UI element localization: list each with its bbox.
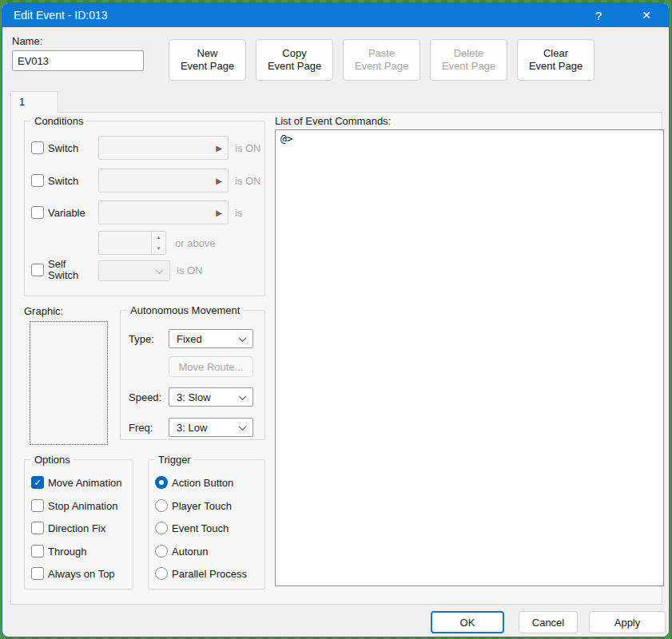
graphic-box[interactable] [30,321,108,445]
autonomous-movement-group: Autonomous Movement Type: Fixed Move Rou… [120,310,265,440]
radio[interactable] [155,499,168,512]
checkbox[interactable] [31,499,44,512]
chevron-down-icon [239,334,247,342]
title-bar[interactable]: Edit Event - ID:013 ? ✕ [2,3,669,27]
switch1-label: Switch [48,142,78,154]
move-route-button[interactable]: Move Route... [169,356,253,377]
spin-down-icon[interactable]: ▼ [152,243,165,254]
option-move-animation[interactable]: ✓ Move Animation [31,476,122,489]
trigger-label: Action Button [172,477,233,489]
check-icon: ✓ [34,478,41,488]
cancel-button[interactable]: Cancel [519,611,578,633]
checkbox[interactable] [31,522,44,534]
variable-checkbox[interactable] [31,206,44,219]
apply-button[interactable]: Apply [589,611,666,633]
self-switch-label-line1: Self [48,259,78,270]
trigger-group: Trigger Action Button Player Touch Event… [148,459,265,589]
self-switch-select[interactable] [98,260,170,281]
trigger-player-touch[interactable]: Player Touch [155,499,232,512]
name-input[interactable] [12,50,144,71]
trigger-event-touch[interactable]: Event Touch [155,522,229,534]
trigger-autorun[interactable]: Autorun [155,545,209,558]
switch2-suffix: is ON [235,175,261,187]
trigger-label: Player Touch [172,500,232,512]
option-label: Stop Animation [48,500,117,512]
freq-label: Freq: [129,422,153,434]
switch2-checkbox[interactable] [31,174,44,187]
conditions-legend: Conditions [31,115,86,127]
checkbox[interactable] [31,567,44,580]
window-title: Edit Event - ID:013 [2,9,108,22]
variable-picker[interactable]: ▶ [98,200,229,224]
switch1-checkbox[interactable] [31,141,44,154]
button-label: Delete [454,47,484,60]
picker-arrow-icon: ▶ [216,144,222,153]
option-direction-fix[interactable]: Direction Fix [31,522,105,534]
help-icon: ? [595,9,602,22]
option-label: Direction Fix [48,522,105,534]
trigger-label: Event Touch [172,522,229,534]
trigger-action-button[interactable]: Action Button [155,476,233,489]
amount-suffix: or above [175,237,216,249]
movement-speed-value: 3: Slow [177,391,211,403]
close-icon: ✕ [642,9,651,22]
command-list[interactable]: @> [275,129,664,586]
movement-freq-select[interactable]: 3: Low [169,418,253,437]
paste-event-page-button[interactable]: Paste Event Page [343,39,420,81]
option-always-on-top[interactable]: Always on Top [31,567,115,580]
self-switch-checkbox[interactable] [31,264,44,276]
new-event-page-button[interactable]: New Event Page [169,39,246,81]
movement-speed-select[interactable]: 3: Slow [169,387,253,407]
help-button[interactable]: ? [581,3,616,27]
button-label: Paste [368,47,395,60]
button-label: Event Page [442,60,495,73]
switch2-checkbox-row[interactable]: Switch [31,174,78,187]
option-through[interactable]: Through [31,545,86,558]
button-label: New [197,47,217,60]
variable-checkbox-row[interactable]: Variable [31,206,85,219]
self-switch-label-line2: Switch [48,270,78,281]
movement-type-value: Fixed [177,333,202,345]
option-label: Through [48,546,86,558]
switch1-suffix: is ON [235,142,261,154]
checkbox-checked[interactable]: ✓ [31,476,44,489]
button-label: Event Page [355,60,408,73]
move-route-label: Move Route... [179,361,244,373]
picker-arrow-icon: ▶ [216,177,222,185]
self-switch-checkbox-row[interactable]: Self Switch [31,259,78,281]
spinner-buttons[interactable]: ▲ ▼ [151,232,165,254]
options-legend: Options [31,454,74,466]
variable-amount-spinner[interactable]: ▲ ▼ [98,231,166,255]
button-label: Event Page [529,60,583,73]
chevron-down-icon [239,392,247,400]
close-button[interactable]: ✕ [629,3,664,27]
chevron-down-icon [156,266,164,274]
radio-selected[interactable] [155,476,168,489]
tab-page-1[interactable]: 1 [10,91,58,113]
command-list-label: List of Event Commands: [275,115,391,127]
movement-type-select[interactable]: Fixed [169,329,253,348]
clear-event-page-button[interactable]: Clear Event Page [517,39,594,81]
trigger-parallel-process[interactable]: Parallel Process [155,567,247,580]
trigger-label: Parallel Process [172,568,247,580]
ok-label: OK [460,617,475,629]
delete-event-page-button[interactable]: Delete Event Page [430,39,507,81]
option-label: Always on Top [48,568,115,580]
radio[interactable] [155,522,168,534]
switch1-picker[interactable]: ▶ [98,136,229,160]
switch1-checkbox-row[interactable]: Switch [31,141,78,154]
radio[interactable] [155,567,168,580]
button-label: Event Page [181,60,234,73]
speed-label: Speed: [129,391,161,403]
copy-event-page-button[interactable]: Copy Event Page [256,39,333,81]
radio[interactable] [155,545,168,558]
self-switch-suffix: is ON [177,264,203,276]
option-stop-animation[interactable]: Stop Animation [31,499,117,512]
spin-up-icon[interactable]: ▲ [152,232,165,243]
edit-event-dialog: Edit Event - ID:013 ? ✕ Name: New Event … [2,2,670,637]
trigger-legend: Trigger [155,454,194,466]
command-line[interactable]: @> [280,133,658,145]
switch2-picker[interactable]: ▶ [98,169,229,192]
checkbox[interactable] [31,545,44,558]
ok-button[interactable]: OK [431,611,504,633]
